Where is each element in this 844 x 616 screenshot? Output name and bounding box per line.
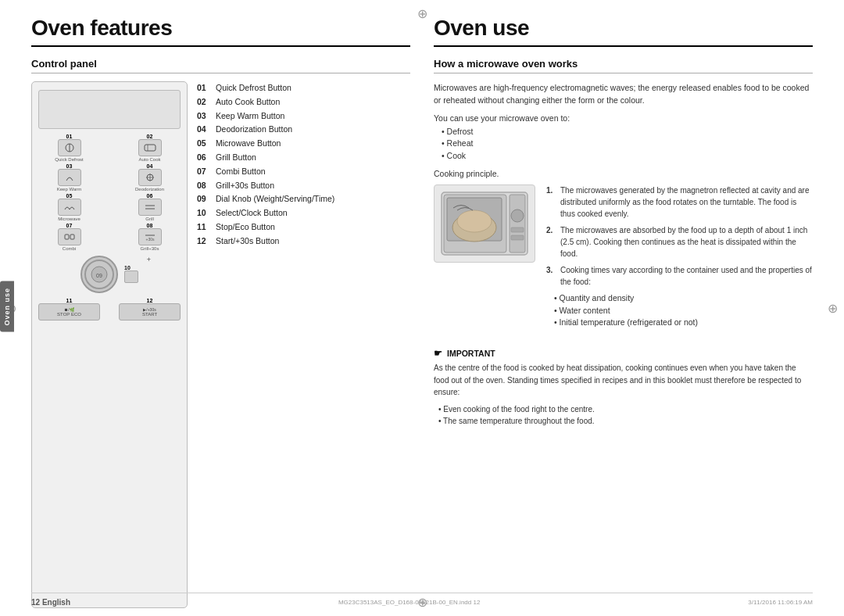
can-use-item-cook: Cook	[442, 150, 813, 163]
right-section-title: Oven use	[434, 16, 813, 41]
feature-item-11: 11Stop/Eco Button	[197, 220, 410, 234]
bottom-row: 11 ⏹/🌿 STOP ECO 12 ▶/+30s START	[38, 298, 181, 321]
microwave-icon	[58, 199, 81, 216]
btn-row-4: 07 Combi 08 +30s Grill+30s	[38, 223, 181, 251]
control-panel-header: Control panel	[31, 58, 410, 73]
feature-item-09: 09Dial Knob (Weight/Serving/Time)	[197, 192, 410, 206]
btn-02: 02 Auto Cook	[119, 134, 181, 162]
feature-item-04: 04Deodorization Button	[197, 123, 410, 136]
intro-text: Microwaves are high-frequency electromag…	[434, 81, 813, 107]
svg-rect-2	[145, 145, 156, 151]
keep-warm-icon	[58, 169, 81, 186]
food-prop-3: Initial temperature (refrigerated or not…	[554, 317, 813, 329]
how-works-header: How a microwave oven works	[434, 58, 813, 73]
microwave-diagram-area: 1. The microwaves generated by the magne…	[434, 184, 813, 335]
svg-rect-21	[510, 195, 525, 252]
combi-icon	[58, 228, 81, 245]
svg-text:09: 09	[96, 273, 102, 278]
btn-04: 04 Deodorization	[119, 163, 181, 192]
important-label: ☛ IMPORTANT	[434, 348, 813, 359]
control-panel-area: 01 Quick Defrost 02 Auto	[31, 81, 410, 608]
oven-screen	[38, 90, 181, 129]
right-column: Oven use How a microwave oven works Micr…	[434, 16, 813, 608]
dial-knob: 09	[80, 256, 118, 293]
svg-rect-23	[511, 227, 524, 232]
svg-rect-24	[511, 235, 524, 240]
can-use-text: You can use your microwave oven to:	[434, 113, 813, 123]
important-box: ☛ IMPORTANT As the centre of the food is…	[434, 348, 813, 427]
feature-item-12: 12Start/+30s Button	[197, 235, 410, 248]
btn-01: 01 Quick Defrost	[38, 134, 100, 162]
oven-diagram: 01 Quick Defrost 02 Auto	[31, 81, 188, 608]
feature-item-06: 06Grill Button	[197, 151, 410, 164]
feature-item-01: 01Quick Defrost Button	[197, 81, 410, 95]
btn-row-2: 03 Keep Warm 04 Deodoriza	[38, 163, 181, 192]
point-3: 3. Cooking times vary according to the c…	[546, 264, 813, 288]
footer-page-label: 12 English	[31, 598, 70, 607]
reg-mark-top: ⊕	[417, 6, 427, 21]
btn-07: 07 Combi	[38, 223, 100, 251]
cooking-principle-label: Cooking principle.	[434, 169, 813, 178]
reg-mark-right: ⊕	[828, 301, 838, 316]
select-clock-btn	[124, 270, 138, 283]
can-use-list: Defrost Reheat Cook	[442, 126, 813, 163]
food-prop-2: Water content	[554, 305, 813, 317]
btn-row-1: 01 Quick Defrost 02 Auto	[38, 134, 181, 162]
feature-item-07: 07Combi Button	[197, 165, 410, 178]
auto-cook-icon	[138, 139, 162, 156]
side-tab: Oven use	[0, 281, 14, 332]
grill-icon	[138, 199, 162, 216]
deodorization-icon	[138, 169, 162, 186]
stop-eco-btn: ⏹/🌿 STOP ECO	[38, 303, 100, 321]
right-divider	[434, 45, 813, 47]
main-content: Oven features Control panel 01	[31, 16, 813, 608]
feature-list: 01Quick Defrost Button 02Auto Cook Butto…	[197, 81, 410, 248]
btn-03: 03 Keep Warm	[38, 163, 100, 192]
svg-rect-9	[65, 235, 69, 239]
footer-date: 3/11/2016 11:06:19 AM	[748, 599, 813, 606]
food-prop-1: Quantity and density	[554, 292, 813, 305]
btn-05: 05 Microwave	[38, 193, 100, 221]
important-bullet-1: Even cooking of the food right to the ce…	[438, 403, 813, 415]
btn-row-3: 05 Microwave 06 Grill	[38, 193, 181, 221]
feature-item-02: 02Auto Cook Button	[197, 95, 410, 109]
food-properties-list: Quantity and density Water content Initi…	[554, 292, 813, 329]
feature-item-10: 10Select/Clock Button	[197, 206, 410, 220]
can-use-item-reheat: Reheat	[442, 138, 813, 150]
important-icon: ☛	[434, 348, 442, 359]
btn-08: 08 +30s Grill+30s	[119, 223, 181, 251]
feature-item-03: 03Keep Warm Button	[197, 109, 410, 123]
can-use-item-defrost: Defrost	[442, 126, 813, 138]
page: ⊕ ⊕ ⊕ ⊕ Oven features Control panel 01	[0, 0, 844, 616]
left-column: Oven features Control panel 01	[31, 16, 410, 608]
feature-list-container: 01Quick Defrost Button 02Auto Cook Butto…	[197, 81, 410, 608]
footer: 12 English MG23C3513AS_EO_D168-04121B-00…	[31, 593, 813, 607]
feature-item-05: 05Microwave Button	[197, 137, 410, 150]
numbered-points: 1. The microwaves generated by the magne…	[546, 184, 813, 335]
svg-point-20	[457, 210, 492, 232]
important-bullet-2: The same temperature throughout the food…	[438, 415, 813, 427]
left-divider	[31, 45, 410, 47]
svg-rect-10	[70, 235, 74, 239]
point-2: 2. The microwaves are absorbed by the fo…	[546, 224, 813, 260]
left-section-title: Oven features	[31, 16, 410, 41]
quick-defrost-icon	[58, 139, 81, 156]
svg-text:+30s: +30s	[145, 237, 154, 242]
point-1: 1. The microwaves generated by the magne…	[546, 184, 813, 220]
start-btn: ▶/+30s START	[119, 303, 181, 321]
footer-model: MG23C3513AS_EO_D168-04121B-00_EN.indd 12	[338, 599, 480, 606]
btn-06: 06 Grill	[119, 193, 181, 221]
important-bullets-list: Even cooking of the food right to the ce…	[438, 403, 813, 427]
microwave-image	[434, 184, 535, 263]
feature-item-08: 08Grill+30s Button	[197, 179, 410, 192]
svg-point-22	[511, 210, 524, 222]
dial-row: + 09 10	[38, 256, 181, 293]
important-intro: As the centre of the food is cooked by h…	[434, 362, 813, 399]
grill30s-icon: +30s	[138, 228, 162, 245]
